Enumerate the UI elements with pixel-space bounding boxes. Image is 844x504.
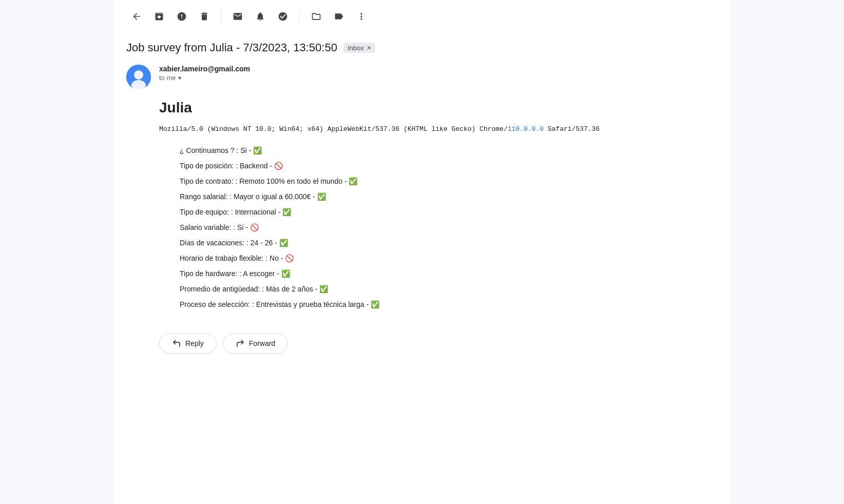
toolbar-divider-2 xyxy=(299,10,300,23)
useragent-link[interactable]: 110.0.0.0 xyxy=(508,125,544,133)
sender-to[interactable]: to me ▾ xyxy=(159,74,250,82)
label-button[interactable] xyxy=(329,6,349,27)
email-survey-list: ¿ Continuamos ? : Si - ✅Tipo de posición… xyxy=(159,143,718,312)
toolbar xyxy=(114,0,730,33)
svg-point-1 xyxy=(134,70,143,80)
reply-button[interactable]: Reply xyxy=(159,333,217,354)
sender-info: xabier.lameiro@gmail.com to me ▾ xyxy=(159,65,250,82)
back-button[interactable] xyxy=(126,6,147,27)
delete-button[interactable] xyxy=(194,6,215,27)
list-item: Salario variable: : Si - 🚫 xyxy=(180,220,718,235)
list-item: Tipo de hardware: : A escoger - ✅ xyxy=(180,266,718,281)
reply-label: Reply xyxy=(185,339,204,347)
subject-title: Job survey from Julia - 7/3/2023, 13:50:… xyxy=(126,41,337,54)
list-item: Tipo de posición: : Backend - 🚫 xyxy=(180,159,718,173)
list-item: Tipo de contrato: : Remoto 100% en todo … xyxy=(180,174,718,188)
more-button[interactable] xyxy=(351,6,372,27)
reply-icon xyxy=(172,339,181,348)
toolbar-divider-1 xyxy=(221,10,221,23)
useragent-prefix: Mozilla/5.0 (Windows NT 10.0; Win64; x64… xyxy=(159,125,508,133)
report-button[interactable] xyxy=(171,6,192,27)
inbox-badge-label: Inbox xyxy=(348,44,364,52)
list-item: Horario de trabajo flexible: : No - 🚫 xyxy=(180,251,718,265)
list-item: Promedio de antigüedad: : Más de 2 años … xyxy=(180,282,718,296)
move-button[interactable] xyxy=(306,6,327,27)
forward-button[interactable]: Forward xyxy=(223,333,288,354)
inbox-badge: Inbox × xyxy=(343,43,375,53)
sender-email: xabier.lameiro@gmail.com xyxy=(159,65,250,73)
list-item: Rango salarial: : Mayor o igual a 60.000… xyxy=(180,189,718,204)
action-area: Reply Forward xyxy=(114,317,730,370)
forward-label: Forward xyxy=(249,339,275,347)
list-item: Tipo de equipo: : Internacional - ✅ xyxy=(180,205,718,219)
to-label: to me xyxy=(159,74,176,82)
avatar xyxy=(126,65,151,89)
email-greeting: Julia xyxy=(159,100,718,116)
badge-close-icon[interactable]: × xyxy=(367,44,371,52)
mark-unread-button[interactable] xyxy=(227,6,248,27)
subject-area: Job survey from Julia - 7/3/2023, 13:50:… xyxy=(114,33,730,59)
list-item: ¿ Continuamos ? : Si - ✅ xyxy=(180,143,718,158)
task-button[interactable] xyxy=(273,6,293,27)
list-item: Días de vacaciones: : 24 - 26 - ✅ xyxy=(180,236,718,250)
useragent-suffix: Safari/537.36 xyxy=(544,125,600,133)
archive-button[interactable] xyxy=(149,6,169,27)
email-useragent: Mozilla/5.0 (Windows NT 10.0; Win64; x64… xyxy=(159,124,718,135)
email-body: Julia Mozilla/5.0 (Windows NT 10.0; Win6… xyxy=(114,95,730,317)
sender-area: xabier.lameiro@gmail.com to me ▾ xyxy=(114,59,730,95)
snooze-button[interactable] xyxy=(250,6,271,27)
forward-icon xyxy=(236,339,245,348)
chevron-down-icon: ▾ xyxy=(178,74,181,82)
list-item: Proceso de selección: : Entrevistas y pr… xyxy=(180,297,718,312)
